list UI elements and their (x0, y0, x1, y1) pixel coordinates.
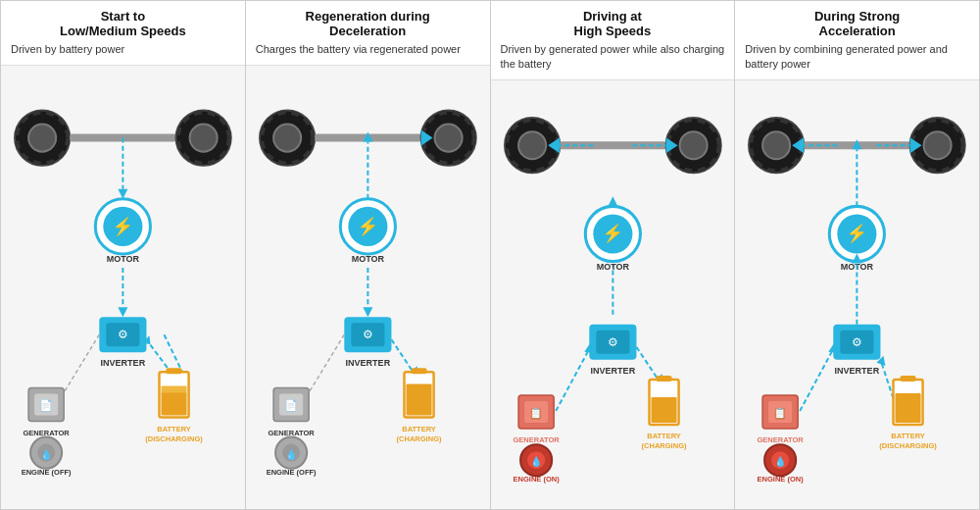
svg-marker-14 (118, 307, 127, 317)
scenario-3-svg: ⚡ MOTOR ⚙ INVERTER 📋 GENERATOR (495, 88, 731, 501)
scenario-2-body: ⚡ MOTOR ⚙ INVERTER 📄 GENERAT (246, 66, 490, 509)
svg-text:💧: 💧 (529, 455, 542, 468)
scenario-high-speed: Driving atHigh Speeds Driven by generate… (491, 1, 736, 509)
svg-text:📄: 📄 (284, 398, 298, 412)
scenario-strong-accel: During StrongAcceleration Driven by comb… (735, 1, 979, 509)
svg-rect-148 (901, 376, 916, 382)
svg-text:📄: 📄 (39, 398, 53, 412)
svg-rect-70 (406, 383, 431, 415)
svg-text:⚙: ⚙ (118, 328, 128, 341)
svg-text:GENERATOR: GENERATOR (23, 428, 70, 436)
scenario-2-header: Regeneration duringDeceleration Charges … (246, 1, 490, 66)
svg-text:INVERTER: INVERTER (835, 366, 880, 376)
scenario-4-header: During StrongAcceleration Driven by comb… (735, 1, 979, 80)
svg-rect-109 (651, 397, 676, 423)
svg-text:⚙: ⚙ (852, 335, 862, 349)
svg-text:BATTERY: BATTERY (402, 424, 436, 433)
svg-text:💧: 💧 (774, 455, 787, 468)
svg-text:INVERTER: INVERTER (345, 358, 390, 368)
svg-text:⚡: ⚡ (357, 216, 379, 237)
svg-rect-69 (411, 368, 426, 374)
svg-text:⚙: ⚙ (363, 328, 373, 341)
svg-point-1 (28, 124, 56, 151)
svg-text:GENERATOR: GENERATOR (513, 435, 560, 444)
svg-text:BATTERY: BATTERY (157, 424, 191, 433)
svg-rect-34 (161, 385, 186, 392)
scenario-4-svg: ⚡ MOTOR ⚙ INVERTER 📋 (739, 88, 975, 501)
svg-text:📋: 📋 (773, 406, 787, 420)
svg-text:⚡: ⚡ (846, 223, 868, 244)
svg-text:BATTERY: BATTERY (891, 432, 925, 440)
svg-text:(DISCHARGING): (DISCHARGING) (145, 434, 203, 442)
svg-line-58 (391, 339, 413, 372)
svg-text:BATTERY: BATTERY (647, 432, 681, 440)
svg-text:(DISCHARGING): (DISCHARGING) (880, 441, 938, 450)
svg-rect-33 (161, 391, 186, 415)
scenario-3-desc: Driven by generated power while also cha… (501, 42, 725, 72)
svg-text:(CHARGING): (CHARGING) (396, 434, 441, 442)
svg-point-5 (190, 124, 218, 151)
svg-rect-149 (896, 393, 921, 423)
svg-text:⚡: ⚡ (112, 216, 134, 237)
scenario-regen-decel: Regeneration duringDeceleration Charges … (246, 1, 491, 509)
scenario-3-title: Driving atHigh Speeds (501, 9, 725, 38)
svg-text:GENERATOR: GENERATOR (268, 428, 315, 436)
svg-text:MOTOR: MOTOR (596, 261, 629, 271)
scenario-3-header: Driving atHigh Speeds Driven by generate… (491, 1, 735, 80)
svg-line-137 (881, 360, 894, 398)
svg-text:💧: 💧 (40, 447, 53, 460)
scenario-2-svg: ⚡ MOTOR ⚙ INVERTER 📄 GENERAT (250, 74, 486, 501)
scenario-1-svg: ⚡ MOTOR ⚙ INVERTER (5, 74, 241, 501)
svg-point-74 (518, 131, 546, 159)
svg-point-117 (924, 131, 952, 159)
scenario-1-body: ⚡ MOTOR ⚙ INVERTER (1, 66, 245, 509)
svg-line-97 (636, 347, 658, 380)
svg-point-38 (273, 124, 301, 151)
svg-text:⚙: ⚙ (607, 335, 617, 349)
hybrid-diagram: Start toLow/Medium Speeds Driven by batt… (0, 0, 980, 510)
svg-text:ENGINE (ON): ENGINE (ON) (758, 475, 805, 484)
svg-text:INVERTER: INVERTER (101, 358, 146, 368)
scenario-4-body: ⚡ MOTOR ⚙ INVERTER 📋 (735, 80, 979, 509)
svg-text:ENGINE (ON): ENGINE (ON) (513, 475, 560, 484)
svg-marker-52 (363, 307, 372, 317)
svg-point-113 (762, 131, 790, 159)
svg-text:📋: 📋 (529, 406, 543, 420)
svg-text:(CHARGING): (CHARGING) (641, 441, 686, 450)
svg-text:⚡: ⚡ (601, 223, 623, 244)
svg-line-135 (800, 349, 833, 411)
svg-line-19 (62, 334, 99, 395)
scenario-2-title: Regeneration duringDeceleration (256, 9, 480, 38)
svg-text:💧: 💧 (284, 447, 297, 460)
scenario-1-title: Start toLow/Medium Speeds (11, 9, 235, 38)
svg-point-78 (679, 131, 707, 159)
svg-line-95 (556, 349, 589, 411)
scenario-3-body: ⚡ MOTOR ⚙ INVERTER 📋 GENERATOR (491, 80, 735, 509)
svg-text:ENGINE (OFF): ENGINE (OFF) (266, 468, 316, 477)
svg-rect-32 (167, 368, 182, 374)
scenario-4-desc: Driven by combining generated power and … (745, 42, 969, 72)
svg-text:GENERATOR: GENERATOR (758, 435, 805, 444)
scenario-2-desc: Charges the battery via regenerated powe… (256, 42, 480, 57)
scenario-1-header: Start toLow/Medium Speeds Driven by batt… (1, 1, 245, 66)
svg-point-42 (434, 124, 462, 151)
svg-line-57 (307, 334, 344, 395)
svg-text:ENGINE (OFF): ENGINE (OFF) (22, 468, 72, 477)
svg-text:INVERTER: INVERTER (590, 366, 635, 376)
svg-text:MOTOR: MOTOR (351, 254, 384, 264)
scenario-start-low-medium: Start toLow/Medium Speeds Driven by batt… (1, 1, 246, 509)
svg-text:MOTOR: MOTOR (107, 254, 140, 264)
scenario-1-desc: Driven by battery power (11, 42, 235, 57)
svg-rect-108 (656, 376, 671, 382)
scenario-4-title: During StrongAcceleration (745, 9, 969, 38)
